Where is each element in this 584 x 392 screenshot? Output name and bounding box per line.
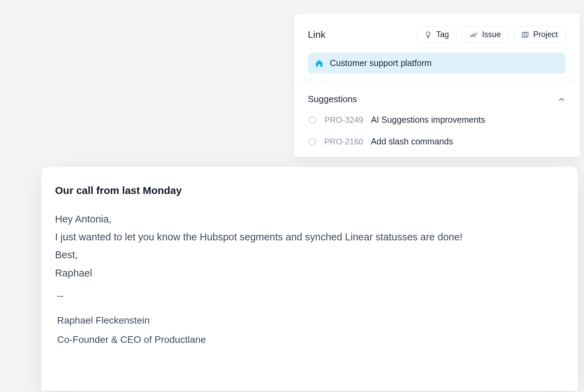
svg-point-4	[309, 138, 316, 145]
suggestion-title: AI Suggestions improvements	[371, 115, 485, 125]
double-check-icon	[469, 31, 478, 39]
house-icon	[315, 59, 324, 68]
issue-button-label: Issue	[482, 31, 501, 39]
suggestion-id: PRO-3249	[324, 115, 363, 125]
tag-button[interactable]: Tag	[417, 26, 457, 43]
signature-title: Co-Founder & CEO of Productlane	[57, 330, 564, 349]
project-button-label: Project	[533, 31, 558, 39]
status-dotted-icon	[308, 116, 317, 124]
linked-item-chip[interactable]: Customer support platform	[308, 53, 566, 74]
suggestions-header[interactable]: Suggestions	[308, 92, 566, 115]
lightbulb-icon	[424, 31, 432, 39]
email-subject: Our call from last Monday	[55, 185, 564, 196]
issue-button[interactable]: Issue	[462, 26, 509, 43]
suggestions-list: PRO-3249 AI Suggestions improvements PRO…	[308, 115, 566, 157]
linked-item-label: Customer support platform	[330, 58, 432, 68]
email-line: Best,	[55, 246, 564, 264]
suggestion-title: Add slash commands	[371, 137, 453, 146]
email-line: Hey Antonia,	[55, 210, 564, 228]
svg-marker-0	[522, 32, 528, 37]
email-signature: Raphael Fleckenstein Co-Founder & CEO of…	[55, 311, 564, 349]
email-line: I just wanted to let you know the Hubspo…	[55, 228, 564, 246]
linked-items-row: Customer support platform	[294, 53, 580, 83]
tag-button-label: Tag	[436, 31, 449, 39]
suggestion-item[interactable]: PRO-3249 AI Suggestions improvements	[308, 115, 566, 125]
chevron-up-icon	[558, 95, 566, 104]
suggestion-item[interactable]: PRO-2160 Add slash commands	[308, 137, 566, 146]
project-button[interactable]: Project	[513, 26, 566, 43]
suggestions-section: Suggestions PRO-3249 AI Suggestions impr…	[294, 83, 580, 157]
email-card: Our call from last Monday Hey Antonia, I…	[41, 167, 578, 391]
email-line: Raphael	[55, 264, 564, 282]
signature-name: Raphael Fleckenstein	[57, 311, 564, 330]
link-panel-title: Link	[308, 29, 325, 40]
map-icon	[521, 31, 529, 39]
suggestion-id: PRO-2160	[324, 137, 363, 146]
signature-separator: --	[55, 290, 564, 301]
link-panel: Link Tag Issue	[294, 14, 580, 157]
link-panel-buttons: Tag Issue Project	[417, 26, 566, 43]
svg-point-3	[309, 117, 316, 123]
email-body: Hey Antonia, I just wanted to let you kn…	[55, 210, 564, 282]
suggestions-title: Suggestions	[308, 94, 357, 105]
status-dotted-icon	[308, 137, 317, 146]
link-panel-header: Link Tag Issue	[294, 14, 580, 53]
